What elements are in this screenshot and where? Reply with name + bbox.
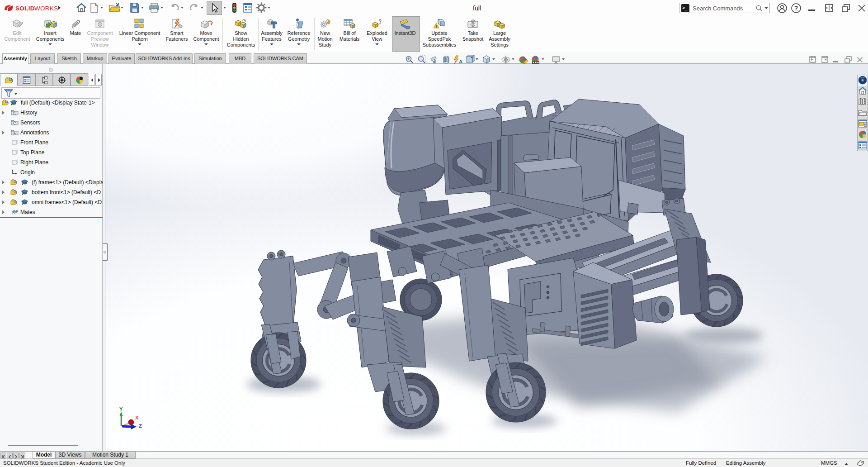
- svg-text:Z: Z: [139, 423, 142, 429]
- svg-text:?: ?: [794, 5, 798, 12]
- svg-text:!: !: [436, 24, 437, 29]
- svg-text:A: A: [14, 132, 16, 135]
- svg-text:SOLID: SOLID: [15, 5, 35, 12]
- svg-text:WORKS: WORKS: [34, 5, 58, 12]
- svg-text:Y: Y: [119, 406, 123, 412]
- svg-text:X: X: [135, 415, 139, 420]
